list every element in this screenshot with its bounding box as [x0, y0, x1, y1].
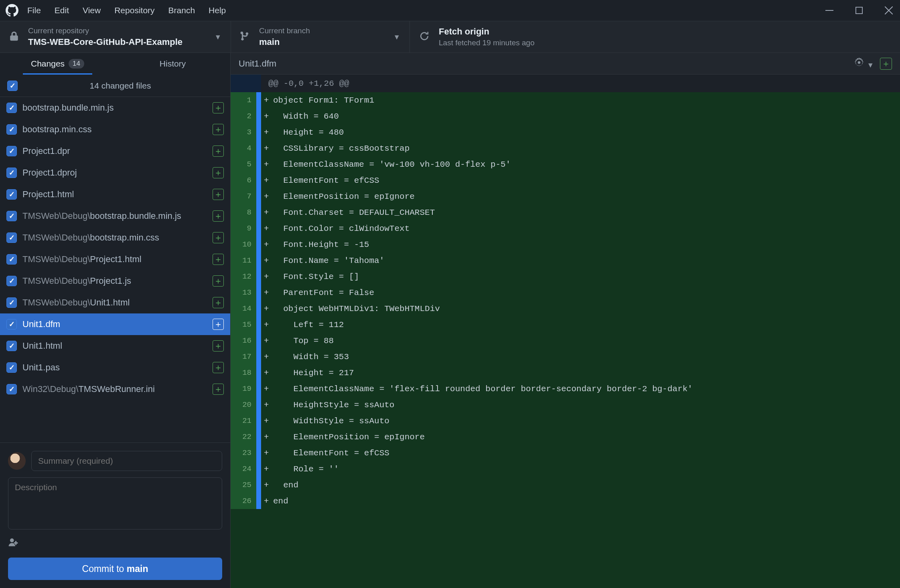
file-checkbox[interactable] [6, 146, 17, 156]
file-row[interactable]: bootstrap.min.css＋ [0, 119, 230, 140]
diff-plus-marker: + [261, 269, 272, 285]
file-checkbox[interactable] [6, 124, 17, 135]
file-row[interactable]: Project1.dpr＋ [0, 140, 230, 162]
file-name: bootstrap.min.css [22, 124, 207, 135]
diff-line[interactable]: 20+ HeightStyle = ssAuto [231, 397, 900, 413]
diff-file-label: Unit1.dfm [239, 59, 276, 69]
file-row[interactable]: Unit1.html＋ [0, 335, 230, 357]
file-row[interactable]: Unit1.dfm＋ [0, 313, 230, 335]
toolbar: Current repository TMS-WEB-Core-GitHub-A… [0, 21, 900, 53]
gutter-stripe [256, 493, 261, 509]
file-checkbox[interactable] [6, 276, 17, 286]
gutter-stripe [256, 108, 261, 124]
current-branch-button[interactable]: Current branch main ▾ [231, 21, 409, 53]
diff-line[interactable]: 13+ ParentFont = False [231, 285, 900, 301]
file-row[interactable]: Project1.dproj＋ [0, 162, 230, 184]
diff-line[interactable]: 4+ CSSLibrary = cssBootstrap [231, 140, 900, 156]
diff-line[interactable]: 21+ WidthStyle = ssAuto [231, 413, 900, 429]
file-checkbox[interactable] [6, 384, 17, 394]
current-repository-button[interactable]: Current repository TMS-WEB-Core-GitHub-A… [0, 21, 231, 53]
diff-line[interactable]: 7+ ElementPosition = epIgnore [231, 188, 900, 204]
commit-description-input[interactable] [8, 477, 222, 529]
diff-body[interactable]: @@ -0,0 +1,26 @@ 1+object Form1: TForm12… [231, 75, 900, 588]
close-icon[interactable] [883, 6, 894, 14]
svg-rect-0 [856, 7, 862, 14]
line-number: 8 [231, 204, 256, 220]
maximize-icon[interactable] [853, 6, 865, 14]
added-indicator-icon: ＋ [213, 319, 224, 330]
diff-line[interactable]: 6+ ElementFont = efCSS [231, 172, 900, 188]
gutter-stripe [256, 124, 261, 140]
diff-line[interactable]: 2+ Width = 640 [231, 108, 900, 124]
tab-history[interactable]: History [115, 53, 230, 75]
menu-edit[interactable]: Edit [55, 6, 69, 15]
menu-view[interactable]: View [83, 6, 101, 15]
diff-line[interactable]: 17+ Width = 353 [231, 349, 900, 365]
file-checkbox[interactable] [6, 254, 17, 265]
diff-line[interactable]: 23+ ElementFont = efCSS [231, 445, 900, 461]
file-row[interactable]: Win32\Debug\TMSWebRunner.ini＋ [0, 378, 230, 400]
minimize-icon[interactable] [824, 6, 835, 14]
file-row[interactable]: TMSWeb\Debug\bootstrap.bundle.min.js＋ [0, 205, 230, 227]
commit-summary-input[interactable] [31, 451, 222, 471]
diff-plus-marker: + [261, 301, 272, 317]
file-row[interactable]: bootstrap.bundle.min.js＋ [0, 97, 230, 119]
diff-line[interactable]: 5+ ElementClassName = 'vw-100 vh-100 d-f… [231, 156, 900, 172]
diff-line[interactable]: 9+ Font.Color = clWindowText [231, 220, 900, 236]
file-row[interactable]: TMSWeb\Debug\Project1.html＋ [0, 249, 230, 270]
diff-line[interactable]: 24+ Role = '' [231, 461, 900, 477]
gear-icon[interactable]: ▾ [854, 57, 873, 70]
expand-diff-icon[interactable]: ＋ [880, 58, 892, 70]
file-name: Project1.dpr [22, 146, 207, 156]
added-indicator-icon: ＋ [213, 210, 224, 222]
add-coauthor-button[interactable] [8, 537, 222, 549]
file-checkbox[interactable] [6, 232, 17, 243]
file-checkbox[interactable] [6, 211, 17, 221]
tab-changes[interactable]: Changes 14 [0, 53, 115, 75]
file-row[interactable]: TMSWeb\Debug\bootstrap.min.css＋ [0, 227, 230, 249]
diff-line[interactable]: 12+ Font.Style = [] [231, 269, 900, 285]
diff-line[interactable]: 8+ Font.Charset = DEFAULT_CHARSET [231, 204, 900, 220]
select-all-checkbox[interactable] [7, 81, 18, 91]
diff-line[interactable]: 16+ Top = 88 [231, 333, 900, 349]
diff-code: Top = 88 [272, 333, 900, 349]
menu-repository[interactable]: Repository [114, 6, 154, 15]
diff-line[interactable]: 10+ Font.Height = -15 [231, 236, 900, 253]
file-row[interactable]: Unit1.pas＋ [0, 357, 230, 378]
fetch-origin-button[interactable]: Fetch origin Last fetched 19 minutes ago [410, 21, 900, 53]
diff-line[interactable]: 19+ ElementClassName = 'flex-fill rounde… [231, 381, 900, 397]
diff-plus-marker: + [261, 92, 272, 108]
file-checkbox[interactable] [6, 362, 17, 373]
menu-help[interactable]: Help [209, 6, 226, 15]
file-row[interactable]: TMSWeb\Debug\Unit1.html＋ [0, 292, 230, 313]
diff-plus-marker: + [261, 172, 272, 188]
commit-button[interactable]: Commit to main [8, 558, 222, 580]
file-checkbox[interactable] [6, 341, 17, 351]
gutter-stripe [256, 92, 261, 108]
gutter-stripe [256, 172, 261, 188]
diff-line[interactable]: 22+ ElementPosition = epIgnore [231, 429, 900, 445]
file-checkbox[interactable] [6, 319, 17, 329]
diff-line[interactable]: 26+end [231, 493, 900, 509]
diff-plus-marker: + [261, 285, 272, 301]
diff-line[interactable]: 14+ object WebHTMLDiv1: TWebHTMLDiv [231, 301, 900, 317]
diff-line[interactable]: 18+ Height = 217 [231, 365, 900, 381]
file-checkbox[interactable] [6, 297, 17, 308]
menu-file[interactable]: File [27, 6, 41, 15]
gutter-stripe [256, 461, 261, 477]
menu-branch[interactable]: Branch [168, 6, 195, 15]
gutter-stripe [256, 253, 261, 269]
diff-line[interactable]: 25+ end [231, 477, 900, 493]
titlebar: File Edit View Repository Branch Help [0, 0, 900, 21]
repo-name: TMS-WEB-Core-GitHub-API-Example [28, 36, 182, 48]
file-list[interactable]: bootstrap.bundle.min.js＋bootstrap.min.cs… [0, 97, 230, 443]
diff-line[interactable]: 3+ Height = 480 [231, 124, 900, 140]
file-checkbox[interactable] [6, 189, 17, 200]
file-checkbox[interactable] [6, 103, 17, 113]
file-row[interactable]: Project1.html＋ [0, 184, 230, 205]
file-row[interactable]: TMSWeb\Debug\Project1.js＋ [0, 270, 230, 292]
file-checkbox[interactable] [6, 168, 17, 178]
diff-line[interactable]: 11+ Font.Name = 'Tahoma' [231, 253, 900, 269]
diff-line[interactable]: 1+object Form1: TForm1 [231, 92, 900, 108]
diff-line[interactable]: 15+ Left = 112 [231, 317, 900, 333]
